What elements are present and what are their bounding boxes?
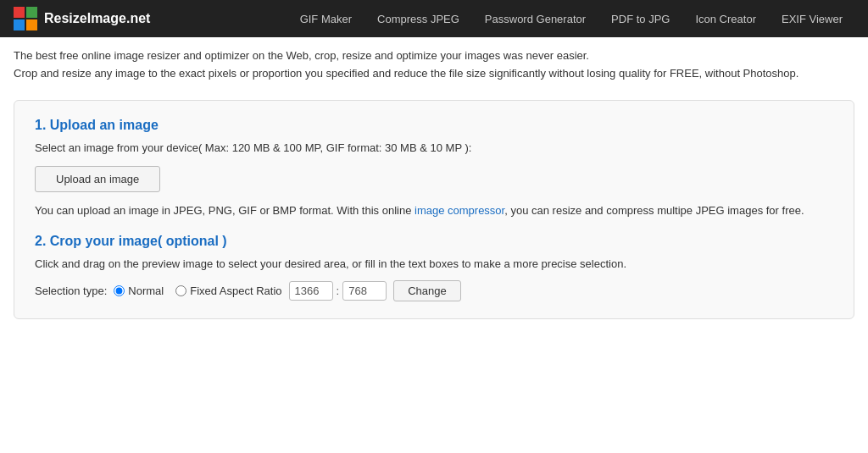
nav-password-generator[interactable]: Password Generator (473, 8, 598, 30)
upload-section-title: 1. Upload an image (35, 118, 833, 133)
image-compressor-link[interactable]: image compressor (415, 204, 504, 217)
radio-fixed-ratio-input[interactable] (175, 285, 186, 296)
upload-section: 1. Upload an image Select an image from … (35, 118, 833, 217)
ratio-height-input[interactable] (342, 281, 387, 301)
upload-section-desc: Select an image from your device( Max: 1… (35, 141, 833, 154)
upload-button[interactable]: Upload an image (35, 166, 160, 192)
radio-group: Normal Fixed Aspect Ratio (114, 285, 281, 297)
logo-text: ResizeImage.net (44, 11, 150, 26)
nav-pdf-to-jpg[interactable]: PDF to JPG (599, 8, 682, 30)
logo-area: ResizeImage.net (14, 7, 150, 30)
upload-note-after: , you can resize and compress multipe JP… (504, 204, 804, 217)
upload-note-before: You can upload an image in JPEG, PNG, GI… (35, 204, 415, 217)
radio-normal[interactable]: Normal (114, 285, 164, 297)
selection-type-label: Selection type: (35, 285, 107, 297)
header: ResizeImage.net GIF Maker Compress JPEG … (0, 0, 868, 37)
logo-icon (14, 7, 37, 30)
ratio-separator: : (337, 285, 340, 297)
main-nav: GIF Maker Compress JPEG Password Generat… (288, 8, 854, 30)
nav-icon-creator[interactable]: Icon Creator (683, 8, 768, 30)
crop-section-desc: Click and drag on the preview image to s… (35, 257, 833, 270)
nav-gif-maker[interactable]: GIF Maker (288, 8, 364, 30)
radio-normal-label: Normal (128, 285, 164, 297)
main-content: The best free online image resizer and o… (0, 37, 868, 453)
selection-row: Selection type: Normal Fixed Aspect Rati… (35, 280, 833, 301)
tagline-2: Crop and resize any image to the exact p… (14, 67, 854, 80)
radio-normal-input[interactable] (114, 285, 125, 296)
nav-compress-jpeg[interactable]: Compress JPEG (365, 8, 471, 30)
tool-card: 1. Upload an image Select an image from … (14, 100, 854, 319)
crop-section-title: 2. Crop your image( optional ) (35, 234, 833, 249)
ratio-width-input[interactable] (289, 281, 333, 301)
radio-fixed-ratio-label: Fixed Aspect Ratio (190, 285, 281, 297)
tagline-1: The best free online image resizer and o… (14, 49, 854, 62)
nav-exif-viewer[interactable]: EXIF Viewer (770, 8, 854, 30)
radio-fixed-ratio[interactable]: Fixed Aspect Ratio (175, 285, 281, 297)
ratio-inputs: : (289, 281, 387, 301)
crop-section: 2. Crop your image( optional ) Click and… (35, 234, 833, 301)
upload-note: You can upload an image in JPEG, PNG, GI… (35, 204, 833, 217)
change-button[interactable]: Change (393, 280, 461, 301)
